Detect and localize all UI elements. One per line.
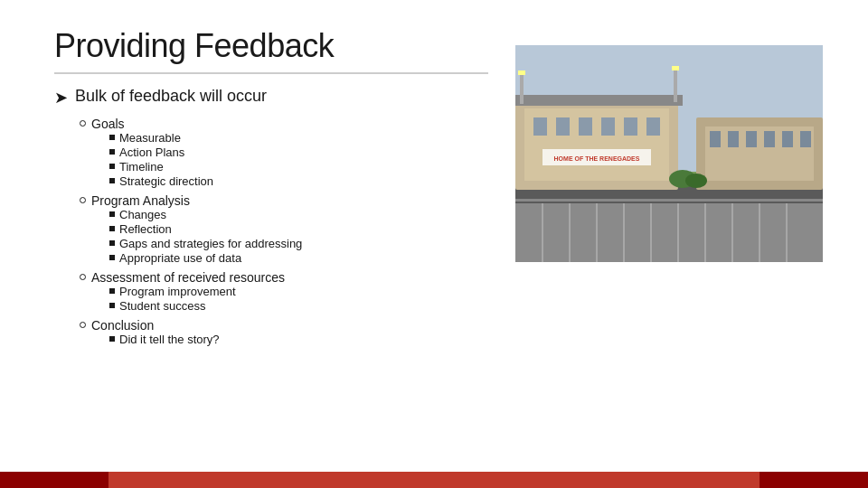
content-area: Providing Feedback ➤ Bulk of feedback wi… — [0, 0, 868, 488]
divider-line — [54, 72, 488, 74]
square-bullet-icon — [109, 149, 115, 155]
svg-rect-6 — [556, 117, 570, 136]
footer-accent-right — [760, 472, 868, 488]
section-list: Goals Measurable Action Plans Timeline S… — [80, 117, 488, 350]
svg-rect-15 — [672, 66, 679, 70]
item-text: Program improvement — [119, 285, 236, 298]
item-text: Gaps and strategies for addressing — [119, 237, 302, 250]
circle-bullet-icon — [80, 274, 86, 280]
svg-rect-29 — [515, 203, 823, 262]
circle-bullet-icon — [80, 120, 86, 127]
circle-bullet-icon — [80, 322, 86, 328]
svg-rect-13 — [518, 70, 525, 75]
list-item: Did it tell the story? — [109, 333, 220, 346]
svg-rect-12 — [520, 72, 524, 104]
list-item: Gaps and strategies for addressing — [109, 237, 302, 250]
square-bullet-icon — [109, 135, 115, 140]
item-text: Did it tell the story? — [119, 333, 220, 346]
square-bullet-icon — [109, 211, 115, 217]
left-column: Providing Feedback ➤ Bulk of feedback wi… — [54, 27, 506, 470]
section-label: Program Analysis — [91, 193, 190, 208]
svg-rect-5 — [533, 117, 547, 136]
svg-rect-14 — [674, 68, 677, 102]
svg-rect-20 — [746, 131, 757, 147]
circle-bullet-icon — [80, 197, 86, 203]
square-bullet-icon — [109, 164, 115, 169]
item-text: Measurable — [119, 131, 181, 145]
right-column: HOME OF THE RENEGADES — [506, 27, 832, 470]
item-text: Strategic direction — [119, 174, 213, 188]
square-bullet-icon — [109, 303, 115, 308]
stadium-image: HOME OF THE RENEGADES — [515, 45, 823, 262]
list-item: Action Plans — [109, 145, 213, 159]
svg-rect-17 — [705, 127, 814, 181]
section-label: Conclusion — [91, 318, 154, 333]
svg-rect-9 — [624, 117, 637, 136]
slide: Providing Feedback ➤ Bulk of feedback wi… — [0, 0, 868, 488]
arrow-icon: ➤ — [54, 88, 68, 108]
list-item: Conclusion Did it tell the story? — [80, 318, 488, 350]
svg-point-28 — [685, 174, 707, 188]
svg-rect-8 — [601, 117, 615, 136]
square-bullet-icon — [109, 288, 115, 294]
square-bullet-icon — [109, 178, 115, 183]
item-text: Appropriate use of data — [119, 251, 241, 265]
list-item: Reflection — [109, 222, 302, 236]
svg-rect-21 — [764, 131, 775, 147]
slide-title: Providing Feedback — [54, 27, 488, 65]
svg-rect-23 — [800, 131, 811, 147]
section-label: Goals — [91, 117, 125, 131]
square-bullet-icon — [109, 336, 115, 342]
square-bullet-icon — [109, 255, 115, 260]
item-text: Action Plans — [119, 145, 184, 159]
svg-rect-18 — [710, 131, 721, 147]
section-label: Assessment of received resources — [91, 270, 285, 285]
square-bullet-icon — [109, 240, 115, 246]
svg-rect-11 — [515, 95, 683, 106]
list-item: Program improvement — [109, 285, 285, 298]
svg-rect-19 — [728, 131, 739, 147]
list-item: Timeline — [109, 160, 213, 174]
list-item: Goals Measurable Action Plans Timeline S… — [80, 117, 488, 192]
list-item: Student success — [109, 299, 285, 313]
item-text: Changes — [119, 208, 166, 221]
svg-rect-7 — [579, 117, 592, 136]
stadium-svg: HOME OF THE RENEGADES — [515, 45, 823, 262]
item-text: Student success — [119, 299, 205, 313]
square-bullet-icon — [109, 226, 115, 231]
footer-main — [108, 472, 760, 488]
svg-rect-26 — [515, 199, 823, 202]
main-bullet-text: Bulk of feedback will occur — [75, 87, 267, 106]
sub-sub-list: Did it tell the story? — [109, 333, 220, 346]
item-text: Reflection — [119, 222, 172, 236]
list-item: Appropriate use of data — [109, 251, 302, 265]
svg-text:HOME OF THE RENEGADES: HOME OF THE RENEGADES — [554, 155, 640, 162]
list-item: Strategic direction — [109, 174, 213, 188]
sub-sub-list: Measurable Action Plans Timeline Strateg… — [109, 131, 213, 188]
main-bullet: ➤ Bulk of feedback will occur — [54, 87, 488, 108]
list-item: Assessment of received resources Program… — [80, 270, 488, 316]
footer-bar — [0, 472, 868, 488]
sub-sub-list: Program improvement Student success — [109, 285, 285, 313]
list-item: Changes — [109, 208, 302, 221]
list-item: Measurable — [109, 131, 213, 145]
svg-rect-22 — [782, 131, 793, 147]
footer-accent-left — [0, 472, 108, 488]
list-item: Program Analysis Changes Reflection Gaps… — [80, 193, 488, 268]
svg-rect-10 — [646, 117, 660, 136]
item-text: Timeline — [119, 160, 164, 174]
sub-sub-list: Changes Reflection Gaps and strategies f… — [109, 208, 302, 265]
